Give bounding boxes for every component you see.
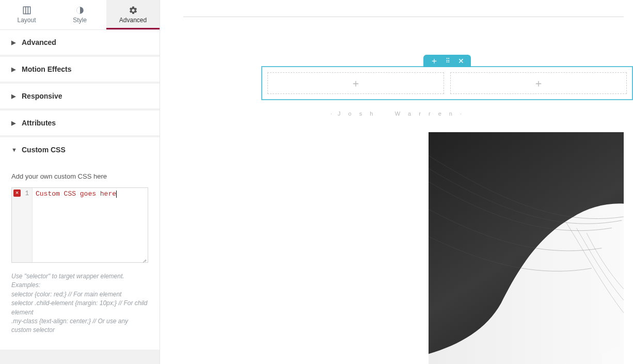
tab-layout-label: Layout xyxy=(17,17,36,24)
delete-section-button[interactable]: ✕ xyxy=(458,57,464,65)
portrait-image-svg xyxy=(429,132,624,364)
section-custom-css-label: Custom CSS xyxy=(22,146,66,154)
editor-tabs: Layout Style Advanced xyxy=(0,0,160,30)
add-section-button[interactable]: ＋ xyxy=(430,57,438,65)
tab-layout[interactable]: Layout xyxy=(0,0,53,29)
custom-css-editor[interactable]: ✕ 1 Custom CSS goes here xyxy=(11,187,148,263)
caret-right-icon: ▶ xyxy=(11,66,17,73)
custom-css-field-label: Add your own custom CSS here xyxy=(11,172,148,180)
hint-line-4: .my-class {text-align: center;} // Or us… xyxy=(11,317,148,335)
author-first: J o s h xyxy=(338,110,376,117)
section-advanced-label: Advanced xyxy=(22,38,56,46)
line-number: 1 xyxy=(12,190,29,197)
caret-down-icon: ▼ xyxy=(11,147,17,153)
caret-right-icon: ▶ xyxy=(11,39,17,46)
column-add-left[interactable]: ＋ xyxy=(267,72,444,94)
section-responsive-label: Responsive xyxy=(22,92,62,100)
selected-section[interactable]: ＋ ⠿ ✕ ＋ ＋ xyxy=(261,66,633,100)
column-add-right[interactable]: ＋ xyxy=(450,72,627,94)
tab-style-label: Style xyxy=(73,17,87,24)
section-responsive[interactable]: ▶ Responsive xyxy=(0,84,160,110)
hero-image xyxy=(429,132,624,364)
style-icon xyxy=(75,6,85,15)
plus-icon: ＋ xyxy=(533,76,544,90)
custom-css-hint: Use "selector" to target wrapper element… xyxy=(11,272,148,335)
section-motion-effects[interactable]: ▶ Motion Effects xyxy=(0,57,160,84)
tab-style[interactable]: Style xyxy=(53,0,106,29)
author-caption: · J o s h W a r r e n · xyxy=(160,110,633,117)
advanced-panel: ▶ Advanced ▶ Motion Effects ▶ Responsive… xyxy=(0,30,160,364)
tab-advanced-label: Advanced xyxy=(119,17,147,24)
section-custom-css[interactable]: ▼ Custom CSS xyxy=(0,137,160,162)
caret-right-icon: ▶ xyxy=(11,93,17,100)
code-area[interactable]: Custom CSS goes here xyxy=(33,188,148,262)
section-box: ＋ ＋ xyxy=(261,66,633,100)
author-last: W a r r e n xyxy=(395,110,455,117)
layout-icon xyxy=(22,6,31,15)
section-attributes-label: Attributes xyxy=(22,119,56,127)
tab-advanced[interactable]: Advanced xyxy=(106,0,160,29)
hint-line-2: selector {color: red;} // For main eleme… xyxy=(11,290,148,299)
section-advanced[interactable]: ▶ Advanced xyxy=(0,30,160,57)
svg-rect-0 xyxy=(23,7,30,14)
text-cursor xyxy=(116,191,117,198)
drag-handle-icon[interactable]: ⠿ xyxy=(446,58,451,64)
section-attributes[interactable]: ▶ Attributes xyxy=(0,110,160,137)
section-motion-effects-label: Motion Effects xyxy=(22,65,71,73)
plus-icon: ＋ xyxy=(351,76,361,90)
editor-sidebar: Layout Style Advanced ▶ Advanced ▶ Motio… xyxy=(0,0,160,364)
canvas-preview: ＋ ⠿ ✕ ＋ ＋ · J o s h W a r r e n · xyxy=(160,0,633,364)
resize-handle[interactable] xyxy=(141,256,147,262)
code-gutter: ✕ 1 xyxy=(12,188,33,262)
hint-line-3: selector .child-element {margin: 10px;} … xyxy=(11,299,148,317)
caret-right-icon: ▶ xyxy=(11,120,17,126)
section-handle: ＋ ⠿ ✕ xyxy=(423,55,471,67)
code-content: Custom CSS goes here xyxy=(36,190,116,198)
hint-line-1: Use "selector" to target wrapper element… xyxy=(11,272,148,290)
divider xyxy=(183,17,624,17)
custom-css-body: Add your own custom CSS here ✕ 1 Custom … xyxy=(0,162,160,350)
gear-icon xyxy=(129,6,138,15)
